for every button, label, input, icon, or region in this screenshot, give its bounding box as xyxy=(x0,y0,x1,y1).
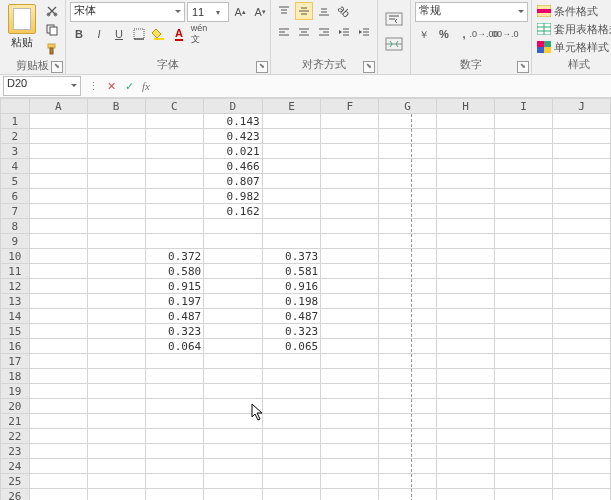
cell[interactable] xyxy=(145,459,204,474)
cell[interactable] xyxy=(204,219,263,234)
cell[interactable] xyxy=(145,489,204,501)
cell[interactable] xyxy=(552,189,610,204)
cell[interactable] xyxy=(29,279,87,294)
cell[interactable] xyxy=(495,309,553,324)
fx-icon[interactable]: fx xyxy=(138,80,154,92)
cell[interactable] xyxy=(495,279,553,294)
cell[interactable] xyxy=(87,159,145,174)
cell[interactable] xyxy=(379,444,437,459)
cell[interactable] xyxy=(204,324,263,339)
cell[interactable] xyxy=(379,114,437,129)
wrap-text-button[interactable] xyxy=(382,7,406,31)
cell[interactable] xyxy=(437,174,495,189)
increase-font-button[interactable]: A▴ xyxy=(231,3,249,21)
format-painter-button[interactable] xyxy=(43,40,61,58)
cell[interactable] xyxy=(262,159,321,174)
cell[interactable] xyxy=(495,444,553,459)
cell[interactable] xyxy=(87,234,145,249)
decrease-decimal-button[interactable]: .00→.0 xyxy=(495,25,513,43)
column-header[interactable]: A xyxy=(29,99,87,114)
row-header[interactable]: 8 xyxy=(1,219,30,234)
cell[interactable] xyxy=(321,309,379,324)
cell[interactable] xyxy=(437,324,495,339)
cell[interactable] xyxy=(321,249,379,264)
cell[interactable] xyxy=(495,144,553,159)
column-header[interactable]: B xyxy=(87,99,145,114)
column-header[interactable]: C xyxy=(145,99,204,114)
cell[interactable] xyxy=(379,189,437,204)
cell[interactable] xyxy=(204,459,263,474)
cell[interactable] xyxy=(379,309,437,324)
row-header[interactable]: 24 xyxy=(1,459,30,474)
cell[interactable] xyxy=(379,174,437,189)
cell[interactable] xyxy=(495,354,553,369)
cell[interactable] xyxy=(321,174,379,189)
cell[interactable] xyxy=(321,429,379,444)
cell[interactable] xyxy=(495,249,553,264)
decrease-font-button[interactable]: A▾ xyxy=(251,3,269,21)
cell[interactable] xyxy=(437,384,495,399)
cell[interactable] xyxy=(552,444,610,459)
cell[interactable] xyxy=(29,339,87,354)
cell[interactable] xyxy=(321,114,379,129)
cell[interactable] xyxy=(29,204,87,219)
cell[interactable]: 0.373 xyxy=(262,249,321,264)
clipboard-dialog-launcher[interactable]: ⬊ xyxy=(51,61,63,73)
cell[interactable]: 0.323 xyxy=(145,324,204,339)
cell[interactable] xyxy=(29,249,87,264)
cell[interactable] xyxy=(379,264,437,279)
column-header[interactable]: H xyxy=(437,99,495,114)
cell[interactable] xyxy=(552,114,610,129)
cell[interactable] xyxy=(379,429,437,444)
cell[interactable] xyxy=(87,309,145,324)
cancel-formula-button[interactable]: ✕ xyxy=(102,80,120,93)
fill-color-button[interactable] xyxy=(150,25,168,43)
cell[interactable]: 0.065 xyxy=(262,339,321,354)
cell[interactable] xyxy=(379,339,437,354)
cell[interactable] xyxy=(29,414,87,429)
cell[interactable] xyxy=(145,234,204,249)
cell[interactable] xyxy=(552,264,610,279)
merge-cells-button[interactable] xyxy=(382,32,406,56)
cell[interactable] xyxy=(145,384,204,399)
cell[interactable] xyxy=(495,474,553,489)
cell[interactable] xyxy=(29,189,87,204)
cell[interactable] xyxy=(437,294,495,309)
cell[interactable] xyxy=(87,144,145,159)
align-left-button[interactable] xyxy=(275,23,293,41)
cell[interactable] xyxy=(29,324,87,339)
cell[interactable]: 0.466 xyxy=(204,159,263,174)
cell[interactable] xyxy=(495,339,553,354)
cell[interactable] xyxy=(87,354,145,369)
row-header[interactable]: 12 xyxy=(1,279,30,294)
cell[interactable] xyxy=(29,114,87,129)
cell[interactable] xyxy=(29,159,87,174)
cell[interactable] xyxy=(262,174,321,189)
align-bottom-button[interactable] xyxy=(315,2,333,20)
cell[interactable] xyxy=(379,219,437,234)
row-header[interactable]: 7 xyxy=(1,204,30,219)
cell[interactable] xyxy=(379,384,437,399)
cell[interactable] xyxy=(145,414,204,429)
cell[interactable] xyxy=(29,384,87,399)
cell[interactable] xyxy=(437,369,495,384)
cell[interactable] xyxy=(379,489,437,501)
cell[interactable] xyxy=(437,234,495,249)
cell[interactable] xyxy=(262,444,321,459)
cell[interactable] xyxy=(29,354,87,369)
cell[interactable]: 0.487 xyxy=(262,309,321,324)
cell[interactable] xyxy=(204,234,263,249)
enter-formula-button[interactable]: ✓ xyxy=(120,80,138,93)
cell[interactable] xyxy=(321,189,379,204)
cell[interactable] xyxy=(552,159,610,174)
cell[interactable] xyxy=(495,219,553,234)
column-header[interactable]: J xyxy=(552,99,610,114)
cell[interactable] xyxy=(145,174,204,189)
cell[interactable] xyxy=(379,474,437,489)
font-dialog-launcher[interactable]: ⬊ xyxy=(256,61,268,73)
cell[interactable] xyxy=(321,369,379,384)
formula-input[interactable] xyxy=(154,77,611,95)
cell[interactable] xyxy=(379,204,437,219)
cell[interactable] xyxy=(321,339,379,354)
cell[interactable] xyxy=(495,204,553,219)
